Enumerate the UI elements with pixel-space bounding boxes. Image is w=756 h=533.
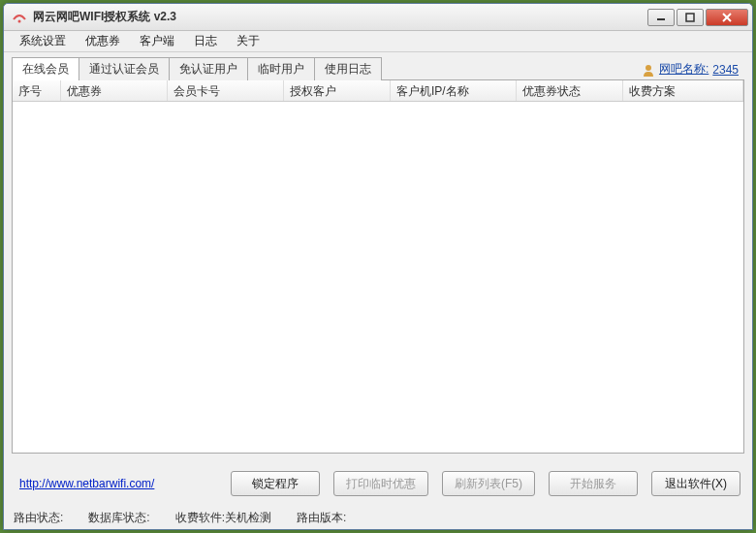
table-body[interactable] (13, 102, 743, 453)
tab-temp-users[interactable]: 临时用户 (247, 57, 315, 80)
print-temp-coupon-button[interactable]: 打印临时优惠 (333, 471, 428, 496)
route-version-label: 路由版本: (297, 510, 346, 526)
menu-client[interactable]: 客户端 (130, 31, 184, 51)
netbar-name-area: 网吧名称: 2345 (640, 59, 744, 79)
tab-noauth-users[interactable]: 免认证用户 (169, 57, 248, 80)
menu-system-settings[interactable]: 系统设置 (10, 31, 76, 51)
menu-coupon[interactable]: 优惠券 (76, 31, 130, 51)
start-service-button[interactable]: 开始服务 (549, 471, 638, 496)
app-icon (12, 10, 27, 25)
col-card-no[interactable]: 会员卡号 (168, 80, 284, 101)
col-coupon[interactable]: 优惠券 (61, 80, 168, 101)
app-window: 网云网吧WIFI授权系统 v2.3 系统设置 优惠券 客户端 日志 关于 在线会… (3, 3, 753, 530)
col-auth-client[interactable]: 授权客户 (284, 80, 391, 101)
maximize-button[interactable] (677, 9, 704, 26)
website-link[interactable]: http://www.netbarwifi.com/ (16, 477, 154, 490)
refresh-list-button[interactable]: 刷新列表(F5) (442, 471, 535, 496)
db-state-label: 数据库状态: (88, 510, 149, 526)
billing-software: 收费软件:关机检测 (175, 510, 271, 526)
user-icon (642, 63, 655, 77)
col-client-ip-name[interactable]: 客户机IP/名称 (391, 80, 517, 101)
col-billing-plan[interactable]: 收费方案 (623, 80, 743, 101)
close-button[interactable] (706, 9, 748, 26)
minimize-button[interactable] (647, 9, 675, 26)
col-coupon-status[interactable]: 优惠券状态 (517, 80, 623, 101)
menubar: 系统设置 优惠券 客户端 日志 关于 (4, 31, 752, 52)
netbar-name-value[interactable]: 2345 (712, 63, 739, 77)
lock-program-button[interactable]: 锁定程序 (231, 471, 320, 496)
route-state-label: 路由状态: (14, 510, 63, 526)
svg-point-0 (18, 19, 21, 22)
button-row: http://www.netbarwifi.com/ 锁定程序 打印临时优惠 刷… (4, 461, 752, 506)
tab-usage-log[interactable]: 使用日志 (314, 57, 382, 80)
tab-row: 在线会员 通过认证会员 免认证用户 临时用户 使用日志 网吧名称: 2345 (4, 52, 752, 79)
tab-authenticated-members[interactable]: 通过认证会员 (79, 57, 170, 80)
window-title: 网云网吧WIFI授权系统 v2.3 (33, 9, 646, 25)
window-controls (646, 9, 748, 26)
table-panel: 序号 优惠券 会员卡号 授权客户 客户机IP/名称 优惠券状态 收费方案 (12, 79, 744, 454)
tab-online-members[interactable]: 在线会员 (12, 57, 79, 80)
menu-about[interactable]: 关于 (227, 31, 269, 51)
exit-software-button[interactable]: 退出软件(X) (651, 471, 740, 496)
col-index[interactable]: 序号 (13, 80, 61, 101)
netbar-name-label[interactable]: 网吧名称: (659, 61, 709, 78)
menu-log[interactable]: 日志 (184, 31, 227, 51)
titlebar[interactable]: 网云网吧WIFI授权系统 v2.3 (4, 4, 752, 31)
statusbar: 路由状态: 数据库状态: 收费软件:关机检测 路由版本: (4, 506, 752, 529)
svg-rect-2 (686, 14, 694, 21)
svg-point-5 (646, 65, 651, 71)
table-header: 序号 优惠券 会员卡号 授权客户 客户机IP/名称 优惠券状态 收费方案 (13, 80, 743, 102)
